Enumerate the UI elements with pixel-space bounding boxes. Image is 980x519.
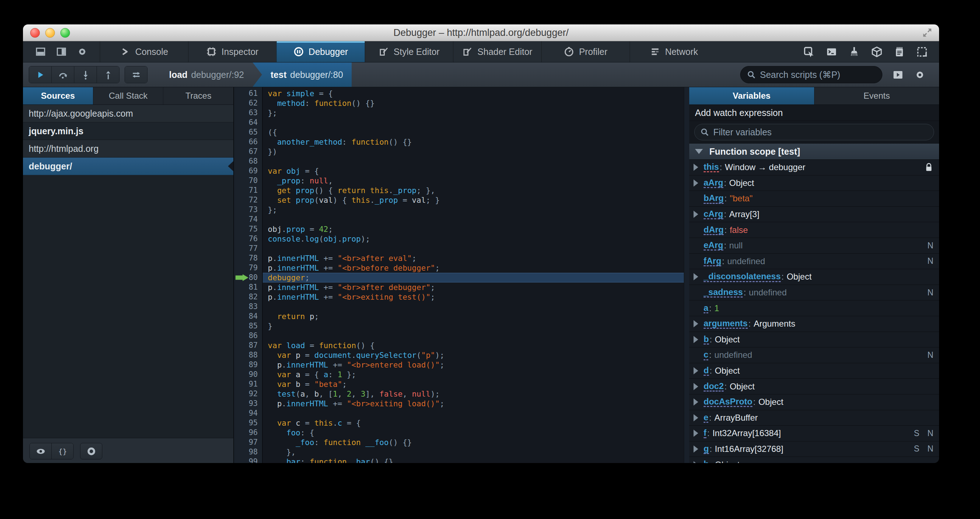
code-line-78[interactable]: p.innerHTML += "<br>after eval"; xyxy=(263,253,684,263)
code-line-68[interactable] xyxy=(263,156,684,166)
expand-triangle-icon[interactable] xyxy=(694,461,698,463)
gutter-line-82[interactable]: 82 xyxy=(234,292,262,302)
gutter-line-61[interactable]: 61 xyxy=(234,89,262,98)
gutter-line-71[interactable]: 71 xyxy=(234,186,262,195)
variable-row[interactable]: cArg: Array[3] xyxy=(689,207,939,223)
gutter-line-96[interactable]: 96 xyxy=(234,428,262,438)
tilt-3d-button[interactable] xyxy=(871,46,882,57)
variable-row[interactable]: a: 1 xyxy=(689,301,939,316)
variable-row[interactable]: aArg: Object xyxy=(689,175,939,191)
code-line-80[interactable]: debugger; xyxy=(263,273,684,282)
variable-row[interactable]: b: Object xyxy=(689,332,939,348)
gutter-line-97[interactable]: 97 xyxy=(234,438,262,447)
code-line-65[interactable]: ({ xyxy=(263,127,684,137)
split-console-button[interactable] xyxy=(826,46,837,57)
code-line-62[interactable]: method: function() {} xyxy=(263,98,684,108)
variable-row[interactable]: fArg: undefinedN xyxy=(689,254,939,269)
gutter-line-63[interactable]: 63 xyxy=(234,108,262,118)
debugger-options-button[interactable] xyxy=(914,69,926,80)
sources-tab-sources[interactable]: Sources xyxy=(23,87,93,104)
code-line-95[interactable]: var c = this.c = { xyxy=(263,418,684,428)
code-line-75[interactable]: obj.prop = 42; xyxy=(263,224,684,234)
code-line-83[interactable] xyxy=(263,302,684,312)
tab-profiler[interactable]: Profiler xyxy=(541,41,630,62)
code-line-84[interactable]: return p; xyxy=(263,312,684,321)
code-line-96[interactable]: foo: { xyxy=(263,428,684,438)
code-line-92[interactable]: test(a, b, [1, 2, 3], false, null); xyxy=(263,389,684,399)
code-line-72[interactable]: set prop(val) { this._prop = val; } xyxy=(263,195,684,205)
source-item[interactable]: http://ajax.googleapis.com xyxy=(23,105,233,123)
gutter-line-85[interactable]: 85 xyxy=(234,321,262,331)
gear-button[interactable] xyxy=(77,46,88,57)
gutter-line-78[interactable]: 78 xyxy=(234,253,262,263)
gutter-line-90[interactable]: 90 xyxy=(234,370,262,379)
gutter-line-79[interactable]: 79 xyxy=(234,263,262,273)
dock-bottom-button[interactable] xyxy=(35,46,46,57)
variable-row[interactable]: doc2: Object xyxy=(689,379,939,395)
gutter-line-77[interactable]: 77 xyxy=(234,244,262,253)
variable-row[interactable]: bArg: "beta" xyxy=(689,191,939,207)
sources-tab-call-stack[interactable]: Call Stack xyxy=(93,87,163,104)
gutter-line-73[interactable]: 73 xyxy=(234,205,262,215)
gutter-line-91[interactable]: 91 xyxy=(234,379,262,389)
blackbox-button[interactable] xyxy=(125,67,147,83)
code-lines[interactable]: var simple = { method: function() {}};({… xyxy=(263,87,684,463)
code-line-91[interactable]: var b = "beta"; xyxy=(263,379,684,389)
expand-triangle-icon[interactable] xyxy=(694,320,698,327)
variable-row[interactable]: h: Object xyxy=(689,457,939,463)
add-watch-expression[interactable]: Add watch expression xyxy=(689,105,939,121)
tab-debugger[interactable]: Debugger xyxy=(277,41,365,62)
gutter-line-67[interactable]: 67 xyxy=(234,147,262,156)
code-line-99[interactable]: bar: function _bar() {}, xyxy=(263,457,684,463)
code-line-89[interactable]: p.innerHTML += "<br>entered load()"; xyxy=(263,360,684,370)
gutter-line-72[interactable]: 72 xyxy=(234,195,262,205)
code-line-82[interactable]: p.innerHTML += "<br>exiting test()"; xyxy=(263,292,684,302)
gutter-line-89[interactable]: 89 xyxy=(234,360,262,370)
source-item[interactable]: jquery.min.js xyxy=(23,123,233,140)
gutter-line-95[interactable]: 95 xyxy=(234,418,262,428)
variables-tab-events[interactable]: Events xyxy=(814,87,939,104)
pick-element-button[interactable] xyxy=(803,46,815,57)
expand-triangle-icon[interactable] xyxy=(694,430,698,437)
tab-network[interactable]: Network xyxy=(630,41,718,62)
expand-triangle-icon[interactable] xyxy=(694,336,698,343)
pause-on-exceptions-button[interactable] xyxy=(80,443,102,459)
expand-triangle-icon[interactable] xyxy=(694,273,698,280)
gutter-line-98[interactable]: 98 xyxy=(234,447,262,457)
expand-triangle-icon[interactable] xyxy=(694,383,698,390)
expand-triangle-icon[interactable] xyxy=(694,446,698,452)
expand-triangle-icon[interactable] xyxy=(694,180,698,187)
variable-row[interactable]: _sadness: undefinedN xyxy=(689,285,939,301)
code-line-71[interactable]: get prop() { return this._prop; }, xyxy=(263,186,684,195)
zoom-window-button[interactable] xyxy=(60,28,70,38)
blackbox-eye-button[interactable] xyxy=(30,443,51,459)
gutter-line-83[interactable]: 83 xyxy=(234,302,262,312)
scratchpad-button[interactable] xyxy=(894,46,905,57)
code-line-94[interactable] xyxy=(263,408,684,418)
toggle-panes-button[interactable] xyxy=(892,69,904,80)
expand-triangle-icon[interactable] xyxy=(694,211,698,218)
code-line-61[interactable]: var simple = { xyxy=(263,89,684,98)
code-line-73[interactable]: }; xyxy=(263,205,684,215)
code-line-74[interactable] xyxy=(263,215,684,224)
gutter-line-94[interactable]: 94 xyxy=(234,408,262,418)
expand-triangle-icon[interactable] xyxy=(694,164,698,171)
expand-triangle-icon[interactable] xyxy=(694,367,698,374)
code-line-85[interactable]: } xyxy=(263,321,684,331)
source-item[interactable]: http://htmlpad.org xyxy=(23,140,233,158)
variable-row[interactable]: docAsProto: Object xyxy=(689,395,939,410)
titlebar[interactable]: Debugger – http://htmlpad.org/debugger/ xyxy=(23,24,939,41)
code-line-64[interactable] xyxy=(263,118,684,127)
step-over-button[interactable] xyxy=(51,67,74,83)
tab-shader-editor[interactable]: Shader Editor xyxy=(453,41,541,62)
variable-row[interactable]: c: undefinedN xyxy=(689,347,939,363)
variable-row[interactable]: this: Window → debugger xyxy=(689,160,939,175)
breadcrumb-1[interactable]: loaddebugger/:92 xyxy=(161,62,253,87)
variable-row[interactable]: d: Object xyxy=(689,363,939,379)
gutter-line-69[interactable]: 69 xyxy=(234,166,262,176)
resume-button[interactable] xyxy=(29,67,51,83)
code-gutter[interactable]: 6162636465666768697071727374757677787980… xyxy=(234,87,263,463)
code-line-70[interactable]: _prop: null, xyxy=(263,176,684,186)
paintbrush-button[interactable] xyxy=(849,46,860,57)
gutter-line-66[interactable]: 66 xyxy=(234,137,262,147)
